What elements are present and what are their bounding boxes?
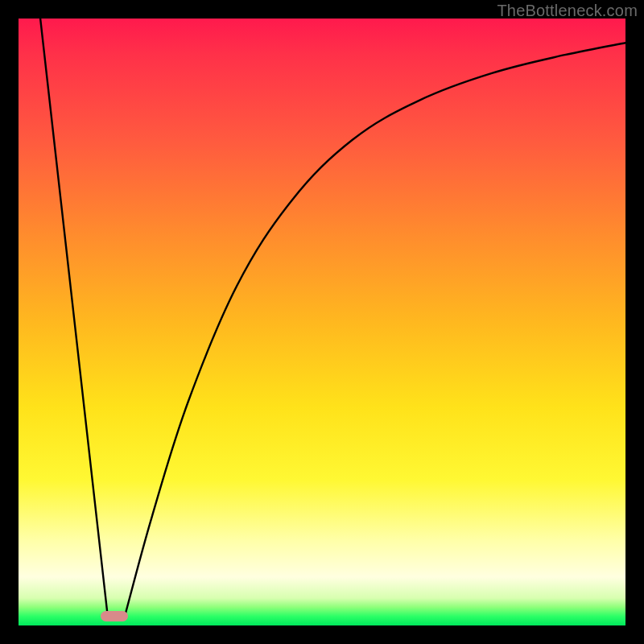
chart-frame: TheBottleneck.com [0,0,644,644]
watermark-text: TheBottleneck.com [497,2,638,20]
right-curve-path [125,43,625,617]
bottleneck-marker [101,611,128,621]
curve-group [40,19,625,617]
chart-curves-svg [0,0,644,644]
left-line-path [40,19,108,617]
